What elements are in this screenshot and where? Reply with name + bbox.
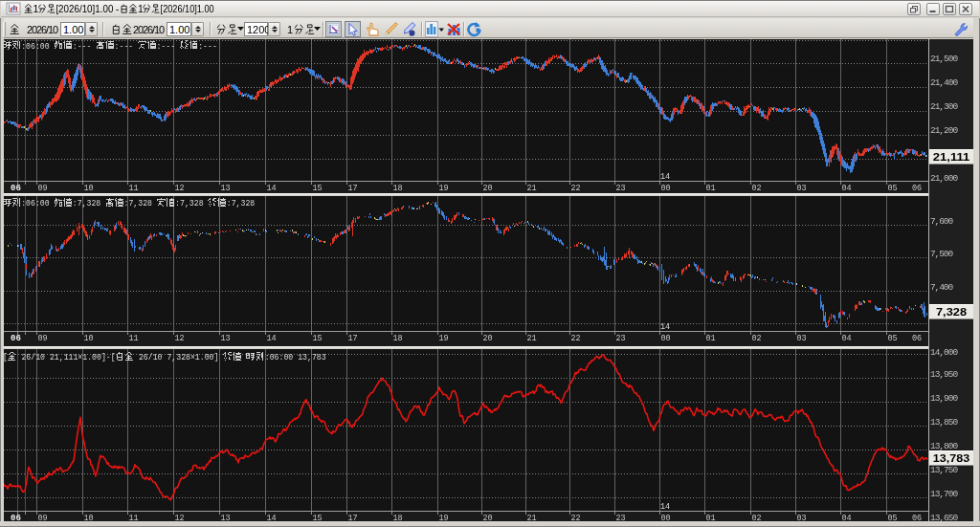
svg-text:1: 1 xyxy=(287,24,293,35)
svg-text:1: 1 xyxy=(33,3,39,14)
svg-text:[2026/10]1.00: [2026/10]1.00 xyxy=(161,3,214,14)
svg-text:1: 1 xyxy=(138,3,144,14)
svg-text:2026/10: 2026/10 xyxy=(27,24,58,35)
svg-text:2026/10: 2026/10 xyxy=(133,24,165,35)
svg-text:[2026/10]1.00 -: [2026/10]1.00 - xyxy=(56,3,119,14)
